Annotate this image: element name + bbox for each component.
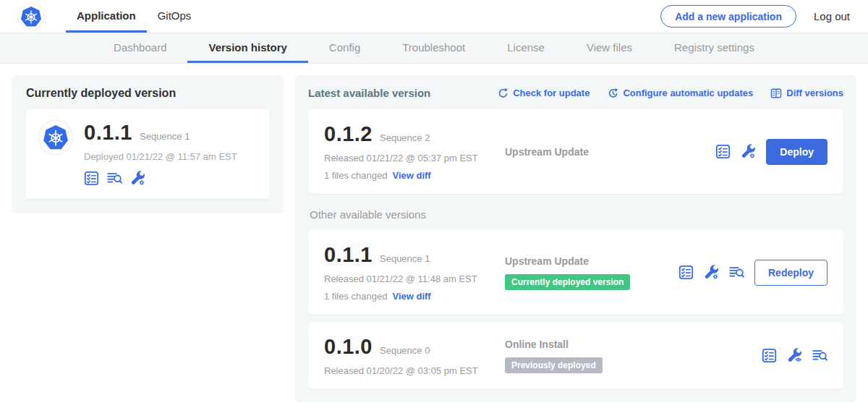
version-actions: Check for update Configure automatic upd… <box>497 88 843 99</box>
sequence-label: Sequence 1 <box>380 253 430 264</box>
subnav-view-files[interactable]: View files <box>566 33 653 63</box>
deployed-version-number: 0.1.1 <box>84 121 132 145</box>
deploy-button[interactable]: Deploy <box>766 139 827 165</box>
release-notes-icon[interactable] <box>107 171 122 186</box>
diff-versions-link[interactable]: Diff versions <box>770 88 843 99</box>
release-notes-icon[interactable] <box>729 265 744 280</box>
edit-config-icon[interactable] <box>741 144 756 159</box>
app-kubernetes-logo-icon <box>39 121 72 154</box>
kubernetes-logo-icon <box>18 4 44 30</box>
deployed-version-card: 0.1.1 Sequence 1 Deployed 01/21/22 @ 11:… <box>26 109 269 199</box>
tab-application[interactable]: Application <box>66 0 147 33</box>
top-tabs: Application GitOps <box>66 0 202 33</box>
files-changed-label: 1 files changed <box>324 170 387 181</box>
redeploy-button[interactable]: Redeploy <box>754 260 827 286</box>
view-diff-link[interactable]: View diff <box>392 291 430 302</box>
deployed-timestamp: Deployed 01/21/22 @ 11:57 am EST <box>84 151 237 162</box>
previously-deployed-badge: Previously deployed <box>505 357 603 373</box>
available-versions-panel: Latest available version Check for updat… <box>295 75 856 402</box>
sequence-label: Sequence 0 <box>380 345 430 356</box>
configure-automatic-updates-link[interactable]: Configure automatic updates <box>607 88 753 99</box>
topbar-right: Add a new application Log out <box>660 0 850 33</box>
diff-versions-icon <box>770 88 782 99</box>
version-source: Upstream Update <box>505 146 715 158</box>
subnav-registry-settings[interactable]: Registry settings <box>653 33 775 63</box>
preflight-checks-icon[interactable] <box>715 144 731 159</box>
preflight-checks-icon[interactable] <box>678 265 694 280</box>
subnav-version-history[interactable]: Version history <box>187 33 307 63</box>
view-config-icon[interactable] <box>787 348 802 363</box>
version-number: 0.1.2 <box>324 122 373 146</box>
release-notes-icon[interactable] <box>812 348 827 363</box>
check-for-update-label: Check for update <box>513 88 590 98</box>
other-versions-title: Other available versions <box>310 208 842 221</box>
check-for-update-link[interactable]: Check for update <box>497 88 590 99</box>
subnav-config[interactable]: Config <box>308 33 381 63</box>
sequence-label: Sequence 2 <box>380 132 430 143</box>
version-source: Upstream Update <box>505 255 678 267</box>
logout-button[interactable]: Log out <box>814 10 850 22</box>
configure-automatic-updates-label: Configure automatic updates <box>623 88 753 98</box>
subnav-dashboard[interactable]: Dashboard <box>93 33 187 63</box>
version-card-0-1-1: 0.1.1 Sequence 1 Released 01/21/22 @ 11:… <box>308 230 843 315</box>
version-number: 0.1.0 <box>324 335 373 359</box>
currently-deployed-title: Currently deployed version <box>26 87 269 100</box>
preflight-checks-icon[interactable] <box>84 171 99 186</box>
version-card-0-1-2: 0.1.2 Sequence 2 Released 01/21/22 @ 05:… <box>308 109 843 194</box>
subnav-license[interactable]: License <box>486 33 566 63</box>
tab-gitops[interactable]: GitOps <box>147 0 203 33</box>
released-timestamp: Released 01/21/22 @ 11:48 am EST <box>324 273 505 284</box>
view-diff-link[interactable]: View diff <box>392 170 430 181</box>
add-application-button[interactable]: Add a new application <box>660 5 796 27</box>
top-bar: Application GitOps Add a new application… <box>0 0 868 33</box>
clock-refresh-icon <box>607 88 618 99</box>
diff-versions-label: Diff versions <box>786 88 843 98</box>
app-subnav: Dashboard Version history Config Trouble… <box>0 33 868 64</box>
main-content: Currently deployed version 0.1.1 Sequenc… <box>0 64 868 408</box>
version-card-0-1-0: 0.1.0 Sequence 0 Released 01/20/22 @ 03:… <box>308 322 843 389</box>
released-timestamp: Released 01/21/22 @ 05:37 pm EST <box>324 153 505 163</box>
version-source: Online Install <box>505 339 762 350</box>
files-changed-label: 1 files changed <box>324 291 387 302</box>
currently-deployed-panel: Currently deployed version 0.1.1 Sequenc… <box>12 75 284 213</box>
preflight-checks-icon[interactable] <box>762 348 777 363</box>
edit-config-icon[interactable] <box>130 171 145 186</box>
refresh-icon <box>497 88 509 99</box>
subnav-troubleshoot[interactable]: Troubleshoot <box>381 33 486 63</box>
version-number: 0.1.1 <box>324 243 373 267</box>
edit-config-icon[interactable] <box>704 265 719 280</box>
released-timestamp: Released 01/20/22 @ 03:05 pm EST <box>324 365 505 376</box>
latest-available-title: Latest available version <box>308 87 430 99</box>
deployed-sequence-label: Sequence 1 <box>140 131 190 142</box>
currently-deployed-badge: Currently deployed version <box>505 274 630 290</box>
